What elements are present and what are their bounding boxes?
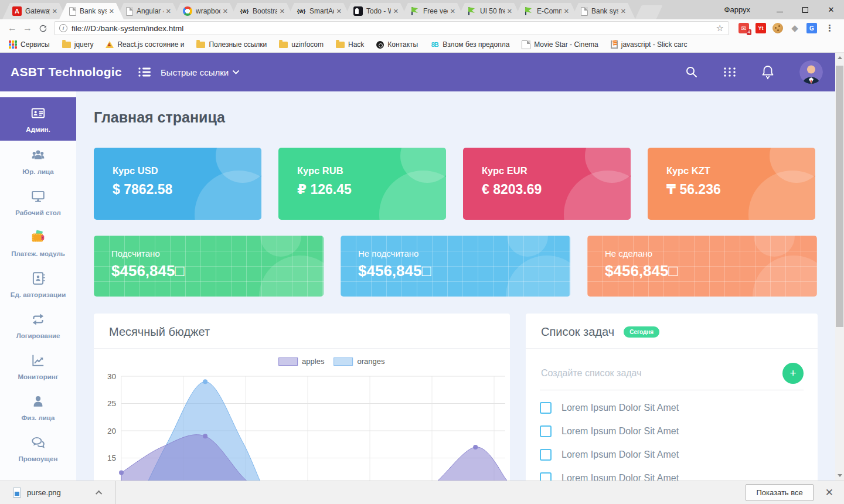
sidebar-item-label: Юр. лица bbox=[22, 168, 53, 175]
show-all-downloads-button[interactable]: Показать все bbox=[746, 484, 813, 501]
browser-tab[interactable]: E-Comm ✕ bbox=[514, 3, 578, 19]
forward-button[interactable]: → bbox=[20, 21, 35, 36]
scroll-up-arrow[interactable] bbox=[838, 56, 842, 59]
tab-close-icon[interactable]: ✕ bbox=[280, 8, 285, 15]
browser-tab[interactable]: Bank syst ✕ bbox=[59, 3, 124, 19]
user-avatar[interactable] bbox=[799, 60, 823, 84]
tab-close-icon[interactable]: ✕ bbox=[52, 8, 57, 15]
scrollbar-thumb[interactable] bbox=[836, 66, 843, 327]
todo-item-label: Lorem Ipsum Dolor Sit Amet bbox=[561, 449, 679, 460]
sidebar-item-repeat[interactable]: Логирование bbox=[0, 305, 76, 346]
page-scrollbar[interactable] bbox=[835, 53, 844, 481]
menu-list-icon[interactable] bbox=[138, 67, 151, 77]
maximize-button[interactable] bbox=[792, 0, 818, 19]
todo-header: Список задач Сегодня bbox=[526, 314, 818, 349]
sidebar-item-person[interactable]: Физ. лица bbox=[0, 387, 76, 428]
bookmark-label: uzinfocom bbox=[291, 40, 324, 49]
browser-tab[interactable]: Free vect ✕ bbox=[400, 3, 465, 19]
todo-checkbox[interactable] bbox=[540, 425, 552, 437]
todo-input[interactable] bbox=[540, 367, 782, 379]
address-bar[interactable]: i file:///D:/bank-system/index.html ☆ bbox=[54, 21, 729, 35]
sidebar-item-chat[interactable]: Промоущен bbox=[0, 428, 76, 469]
sidebar-item-wallet[interactable]: Платеж. модуль bbox=[0, 223, 76, 264]
new-tab-button[interactable] bbox=[635, 5, 662, 19]
warn-bookmark-icon bbox=[106, 41, 114, 48]
image-file-icon bbox=[13, 488, 21, 498]
sidebar-item-people[interactable]: Юр. лица bbox=[0, 141, 76, 182]
tab-close-icon[interactable]: ✕ bbox=[109, 8, 114, 15]
bookmark-label: Hack bbox=[348, 40, 364, 49]
close-downloads-icon[interactable]: ✕ bbox=[823, 486, 836, 499]
quick-links-dropdown[interactable]: Быстрые ссылки bbox=[161, 67, 239, 77]
refresh-button[interactable] bbox=[35, 21, 50, 36]
tab-close-icon[interactable]: ✕ bbox=[507, 8, 512, 15]
url-text[interactable]: file:///D:/bank-system/index.html bbox=[72, 24, 713, 33]
youtube-extension-icon[interactable]: Yt bbox=[755, 23, 766, 33]
download-filename[interactable]: purse.png bbox=[27, 488, 61, 497]
shield-extension-icon[interactable]: ◆ bbox=[789, 23, 800, 33]
legend-item-oranges[interactable]: oranges bbox=[333, 357, 384, 366]
wrap-favicon: {ŵ} bbox=[297, 6, 306, 16]
close-window-button[interactable]: ✕ bbox=[818, 0, 844, 19]
bookmark-item[interactable]: uzinfocom bbox=[279, 40, 324, 49]
browser-menu-icon[interactable]: ⋮ bbox=[821, 23, 839, 33]
tab-close-icon[interactable]: ✕ bbox=[450, 8, 455, 15]
browser-tab[interactable]: Todo - W ✕ bbox=[343, 3, 408, 19]
browser-tab[interactable]: {ŵ} Bootstra ✕ bbox=[230, 3, 294, 19]
tab-close-icon[interactable]: ✕ bbox=[336, 8, 342, 15]
browser-tab[interactable]: Angular 4 ✕ bbox=[116, 3, 181, 19]
browser-tab[interactable]: UI 50 fre ✕ bbox=[457, 3, 522, 19]
minimize-icon bbox=[777, 12, 783, 12]
bookmark-item[interactable]: Сервисы bbox=[8, 40, 50, 49]
sidebar-item-address-book[interactable]: Ед. авторизации bbox=[0, 264, 76, 305]
tab-close-icon[interactable]: ✕ bbox=[621, 8, 626, 15]
profile-name[interactable]: Фаррух bbox=[724, 5, 750, 14]
bookmark-item[interactable]: Полезные ссылки bbox=[196, 40, 267, 49]
download-chevron-icon[interactable] bbox=[96, 490, 102, 496]
back-button[interactable]: ← bbox=[5, 21, 20, 36]
bookmark-item[interactable]: Контакты bbox=[376, 40, 418, 49]
bookmark-item[interactable]: Movie Star - Cinema bbox=[522, 40, 598, 49]
legend-item-apples[interactable]: apples bbox=[278, 357, 324, 366]
browser-tab[interactable]: {ŵ} SmartAd ✕ bbox=[287, 3, 351, 19]
minimize-button[interactable] bbox=[767, 0, 792, 19]
notifications-bell-icon[interactable] bbox=[761, 64, 775, 80]
currency-card-value: € 8203.69 bbox=[482, 182, 631, 197]
browser-tab[interactable]: A Gateway ✕ bbox=[2, 3, 67, 19]
tab-close-icon[interactable]: ✕ bbox=[393, 8, 399, 15]
todo-checkbox[interactable] bbox=[540, 402, 552, 414]
todo-checkbox[interactable] bbox=[540, 449, 552, 461]
todo-checkbox[interactable] bbox=[540, 472, 552, 481]
bookmark-item[interactable]: javascript - Slick carc bbox=[611, 40, 688, 49]
mail-extension-icon[interactable]: ✉4 bbox=[738, 23, 749, 33]
translate-extension-icon[interactable]: G bbox=[806, 23, 817, 33]
tab-close-icon[interactable]: ✕ bbox=[166, 8, 171, 15]
add-task-button[interactable]: + bbox=[782, 363, 804, 384]
sidebar-item-id-card[interactable]: Админ. bbox=[0, 97, 76, 141]
currency-card: Курс KZT ₸ 56.236 bbox=[648, 148, 815, 220]
cookie-extension-icon[interactable] bbox=[772, 23, 783, 33]
tab-close-icon[interactable]: ✕ bbox=[223, 8, 228, 15]
svg-text:25: 25 bbox=[107, 399, 116, 408]
bookmark-star-icon[interactable]: ☆ bbox=[716, 23, 724, 33]
tab-close-icon[interactable]: ✕ bbox=[564, 8, 569, 15]
download-item[interactable]: purse.png bbox=[0, 488, 61, 498]
todo-favicon bbox=[353, 6, 363, 16]
sidebar-item-monitor[interactable]: Рабочий стол bbox=[0, 182, 76, 223]
bookmark-item[interactable]: React.js состояние и bbox=[106, 40, 184, 49]
search-icon[interactable] bbox=[685, 65, 699, 79]
bookmark-item[interactable]: Hack bbox=[336, 40, 364, 49]
doc-favicon bbox=[126, 7, 133, 16]
browser-tab[interactable]: wrapboo ✕ bbox=[173, 3, 237, 19]
folder-bookmark-icon bbox=[62, 42, 71, 48]
browser-tab[interactable]: Bank syst ✕ bbox=[571, 3, 635, 19]
sidebar-item-chart[interactable]: Мониторинг bbox=[0, 346, 76, 387]
bookmark-item[interactable]: jquery bbox=[62, 40, 94, 49]
status-card-value: $456,845□ bbox=[605, 262, 817, 280]
apps-grid-icon[interactable] bbox=[723, 66, 736, 79]
page-info-icon[interactable]: i bbox=[59, 24, 67, 32]
bookmark-item[interactable]: 8B Взлом без предопла bbox=[430, 40, 509, 49]
app-logo[interactable]: ASBT Technologic bbox=[11, 65, 128, 79]
divider bbox=[115, 481, 115, 504]
scroll-down-arrow[interactable] bbox=[838, 474, 842, 477]
